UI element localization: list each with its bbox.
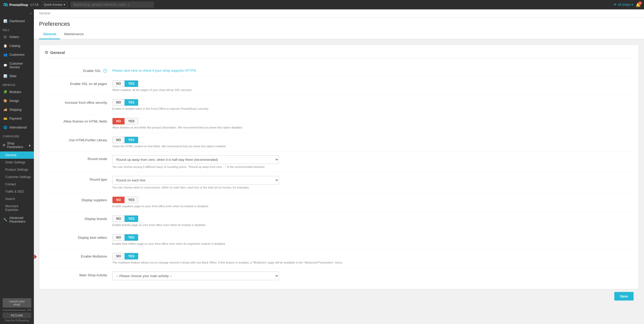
main-content: General Preferences General Maintenance … bbox=[34, 9, 644, 324]
enable-ssl-control: Please click here to check if your shop … bbox=[112, 67, 633, 72]
display-best-sellers-control: NO YES Enable best sellers page on your … bbox=[112, 234, 633, 245]
round-mode-control: Round up away from zero, when it is half… bbox=[112, 155, 633, 168]
front-office-security-no[interactable]: NO bbox=[113, 99, 125, 106]
sidebar-customer-service-label: Customer Service bbox=[9, 62, 31, 69]
sidebar-subitem-contact[interactable]: Contact bbox=[0, 181, 34, 188]
htmlpurifier-toggle: NO YES bbox=[112, 137, 138, 143]
sidebar-orders-label: Orders bbox=[9, 35, 19, 39]
progress-pct: 0% bbox=[28, 309, 31, 311]
tab-general[interactable]: General bbox=[39, 29, 60, 39]
display-brands-label: Display brands bbox=[45, 215, 112, 221]
modules-icon: 🧩 bbox=[3, 90, 7, 94]
sidebar-subitem-customer-settings[interactable]: Customer Settings bbox=[0, 173, 34, 181]
front-office-security-control: NO YES Enable or disable token in the Fr… bbox=[112, 99, 633, 110]
enable-multistore-no[interactable]: NO bbox=[113, 253, 125, 259]
sidebar-item-orders[interactable]: 🛒 Orders bbox=[0, 33, 34, 41]
sidebar-item-shop-parameters[interactable]: ⚙ Shop Parameters ▲ bbox=[0, 139, 34, 151]
sidebar-item-design[interactable]: 🎨 Design bbox=[0, 96, 34, 105]
ssl-check-link[interactable]: Please click here to check if your shop … bbox=[112, 67, 197, 72]
shop-parameters-submenu: General Order Settings Product Settings … bbox=[0, 151, 34, 213]
customers-icon: 👥 bbox=[3, 53, 7, 57]
quick-access-label: Quick Access bbox=[44, 3, 63, 7]
stop-label: Stop the OnBoarding bbox=[5, 319, 29, 322]
sidebar-item-advanced-parameters[interactable]: 🔧 Advanced Parameters bbox=[0, 213, 34, 226]
round-mode-label: Round mode bbox=[45, 155, 112, 161]
save-button[interactable]: Save bbox=[614, 292, 634, 301]
main-shop-activity-control: -- Please choose your main activity -- bbox=[112, 272, 633, 280]
sidebar: « 📊 Dashboard SELL 🛒 Orders 📋 Catalog 👥 … bbox=[0, 9, 34, 324]
front-office-security-yes[interactable]: YES bbox=[125, 99, 138, 106]
sidebar-subitem-merchant-expertise[interactable]: Merchant Expertise bbox=[0, 203, 34, 213]
breadcrumb: General bbox=[34, 9, 644, 17]
customer-service-icon: 💬 bbox=[3, 64, 7, 67]
allow-iframes-toggle: NO YES bbox=[112, 118, 138, 125]
sidebar-subitem-product-settings[interactable]: Product Settings bbox=[0, 166, 34, 173]
round-mode-select[interactable]: Round up away from zero, when it is half… bbox=[112, 155, 279, 164]
htmlpurifier-yes[interactable]: YES bbox=[125, 137, 138, 143]
round-type-help: You can choose when to round prices: eit… bbox=[112, 186, 633, 189]
sidebar-item-catalog[interactable]: 📋 Catalog bbox=[0, 41, 34, 50]
display-best-sellers-no[interactable]: NO bbox=[113, 234, 125, 241]
topbar: 🛍 PrestaShop 1.7.7.8 Quick Access ▾ 👁 Al… bbox=[0, 0, 644, 9]
enable-multistore-toggle: NO YES bbox=[112, 253, 138, 260]
all-shops-button[interactable]: 👁 All shops ▾ bbox=[614, 3, 633, 7]
field-display-best-sellers: Display best sellers NO YES Enable best … bbox=[45, 230, 633, 249]
allow-iframes-yes[interactable]: YES bbox=[125, 118, 138, 124]
enable-multistore-yes[interactable]: YES bbox=[125, 253, 138, 259]
tab-maintenance[interactable]: Maintenance bbox=[60, 29, 88, 39]
shop-parameters-icon: ⚙ bbox=[3, 143, 5, 147]
field-enable-ssl: Enable SSL ? Please click here to check … bbox=[45, 64, 633, 77]
sidebar-toggle[interactable]: « bbox=[0, 9, 34, 17]
sidebar-bottom: Launch your shop! 0% RESUME Stop the OnB… bbox=[0, 296, 34, 324]
htmlpurifier-no[interactable]: NO bbox=[113, 137, 125, 143]
sidebar-section-sell: SELL bbox=[0, 26, 34, 33]
sidebar-item-dashboard[interactable]: 📊 Dashboard bbox=[0, 17, 34, 26]
allow-iframes-control: NO YES Allow iframes on text fields like… bbox=[112, 118, 633, 129]
display-best-sellers-toggle: NO YES bbox=[112, 234, 138, 241]
field-front-office-security: Increase front office security NO YES En… bbox=[45, 95, 633, 114]
main-shop-activity-select[interactable]: -- Please choose your main activity -- bbox=[112, 272, 279, 280]
quick-access-button[interactable]: Quick Access ▾ bbox=[41, 2, 67, 8]
help-icon[interactable]: ? bbox=[103, 69, 107, 73]
prestashop-icon: 🛍 bbox=[3, 2, 8, 8]
allow-iframes-no[interactable]: NO bbox=[113, 118, 125, 124]
shipping-icon: 🚚 bbox=[3, 108, 7, 112]
display-brands-yes[interactable]: YES bbox=[125, 216, 138, 222]
sidebar-item-international[interactable]: 🌐 International bbox=[0, 123, 34, 132]
sidebar-item-shipping[interactable]: 🚚 Shipping bbox=[0, 105, 34, 114]
enable-ssl-all-no[interactable]: NO bbox=[113, 81, 125, 87]
progress-bar bbox=[3, 310, 26, 311]
front-office-security-toggle: NO YES bbox=[112, 99, 138, 106]
sidebar-subitem-general[interactable]: General bbox=[0, 151, 34, 159]
launch-shop-button[interactable]: Launch your shop! bbox=[3, 298, 31, 308]
round-type-select[interactable]: Round on each item Round on each line Ro… bbox=[112, 176, 279, 185]
display-suppliers-yes[interactable]: YES bbox=[125, 197, 138, 203]
sidebar-item-customer-service[interactable]: 💬 Customer Service bbox=[0, 59, 34, 72]
display-brands-no[interactable]: NO bbox=[113, 216, 125, 222]
enable-ssl-all-yes[interactable]: YES bbox=[125, 81, 138, 87]
display-suppliers-control: NO YES Enable suppliers page on your fro… bbox=[112, 197, 633, 208]
sidebar-item-payment[interactable]: 💳 Payment bbox=[0, 114, 34, 123]
display-suppliers-label: Display suppliers bbox=[45, 197, 112, 202]
display-suppliers-toggle: NO YES bbox=[112, 197, 138, 203]
field-enable-multistore: ➔ Enable Multistore NO YES The multistor… bbox=[45, 249, 633, 268]
stop-onboarding-link[interactable]: Stop the OnBoarding bbox=[3, 319, 31, 322]
display-suppliers-no[interactable]: NO bbox=[113, 197, 125, 203]
search-input[interactable] bbox=[71, 2, 154, 8]
content-area: ⚙ General Enable SSL ? Please click here… bbox=[34, 39, 644, 324]
sidebar-subitem-order-settings[interactable]: Order Settings bbox=[0, 159, 34, 166]
display-best-sellers-yes[interactable]: YES bbox=[125, 234, 138, 241]
front-office-security-label: Increase front office security bbox=[45, 99, 112, 105]
resume-button[interactable]: RESUME bbox=[3, 313, 31, 318]
sidebar-item-stats[interactable]: 📊 Stats bbox=[0, 72, 34, 81]
sidebar-advanced-parameters-label: Advanced Parameters bbox=[9, 216, 31, 223]
sidebar-subitem-search[interactable]: Search bbox=[0, 195, 34, 203]
page-title: Preferences bbox=[39, 21, 639, 29]
sidebar-item-customers[interactable]: 👥 Customers bbox=[0, 50, 34, 59]
field-enable-ssl-all: Enable SSL on all pages NO YES When enab… bbox=[45, 77, 633, 95]
catalog-icon: 📋 bbox=[3, 44, 7, 48]
notifications-bell[interactable]: 🔔 1 bbox=[636, 2, 641, 7]
sidebar-item-modules[interactable]: 🧩 Modules bbox=[0, 88, 34, 96]
sidebar-subitem-traffic-seo[interactable]: Traffic & SEO bbox=[0, 188, 34, 195]
quick-access-arrow-icon: ▾ bbox=[64, 3, 65, 7]
